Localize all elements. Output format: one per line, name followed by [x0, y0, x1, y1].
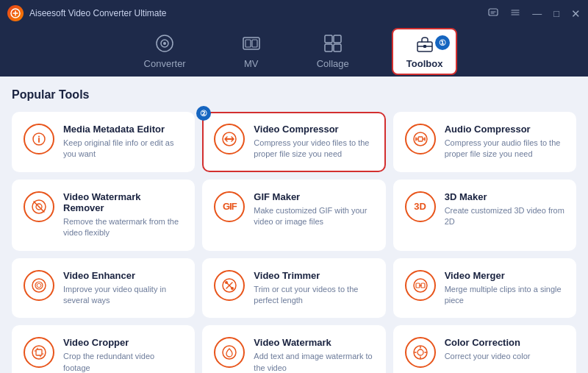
- converter-icon-wrap: [155, 34, 174, 55]
- svg-rect-14: [334, 35, 341, 43]
- color-correction-icon: [405, 337, 436, 368]
- video-compressor-name: Video Compressor: [254, 124, 373, 135]
- video-merger-icon: [405, 270, 436, 301]
- color-correction-name: Color Correction: [445, 337, 564, 348]
- title-bar-controls: — □ ✕: [488, 7, 581, 19]
- gif-maker-desc: Make customized GIF with your video or i…: [254, 205, 373, 228]
- maximize-button[interactable]: □: [553, 9, 559, 18]
- app-title: Aiseesoft Video Converter Ultimate: [29, 8, 167, 18]
- video-enhancer-info: Video Enhancer Improve your video qualit…: [63, 270, 183, 307]
- video-compressor-info: Video Compressor Compress your video fil…: [254, 124, 373, 160]
- audio-compressor-name: Audio Compressor: [445, 124, 564, 135]
- video-compressor-desc: Compress your video files to the proper …: [254, 138, 373, 160]
- video-cropper-desc: Crop the redundant video footage: [63, 351, 183, 373]
- title-bar: Aiseesoft Video Converter Ultimate — □ ✕: [0, 0, 588, 26]
- svg-point-45: [32, 346, 46, 359]
- audio-compressor-icon: [405, 124, 436, 154]
- tool-card-video-merger[interactable]: Video Merger Merge multiple clips into a…: [393, 258, 576, 319]
- svg-rect-43: [421, 283, 425, 288]
- video-watermark-desc: Add text and image watermark to the vide…: [254, 351, 373, 373]
- tool-card-audio-compressor[interactable]: Audio Compressor Compress your audio fil…: [393, 112, 576, 172]
- video-merger-desc: Merge multiple clips into a single piece: [445, 284, 564, 307]
- video-enhancer-desc: Improve your video quality in several wa…: [63, 284, 183, 307]
- svg-point-9: [163, 42, 166, 45]
- nav-item-converter[interactable]: Converter: [131, 29, 199, 74]
- toolbox-badge: ①: [435, 35, 450, 50]
- svg-point-34: [32, 279, 46, 292]
- video-merger-name: Video Merger: [445, 270, 564, 281]
- svg-rect-26: [418, 137, 423, 141]
- nav-item-toolbox[interactable]: ① Toolbox: [392, 28, 458, 75]
- video-watermark-remover-desc: Remove the watermark from the video flex…: [63, 216, 183, 239]
- video-trimmer-name: Video Trimmer: [254, 270, 373, 281]
- 3d-maker-info: 3D Maker Create customized 3D video from…: [445, 191, 564, 228]
- app-logo: [7, 5, 24, 21]
- minimize-button[interactable]: —: [532, 9, 542, 18]
- svg-rect-12: [252, 40, 257, 47]
- collage-label: Collage: [317, 58, 349, 69]
- nav-item-collage[interactable]: Collage: [304, 29, 362, 74]
- svg-point-53: [417, 349, 423, 355]
- message-icon[interactable]: [488, 7, 498, 19]
- media-metadata-editor-icon: [24, 124, 54, 154]
- video-enhancer-icon: [24, 270, 54, 301]
- svg-rect-13: [325, 35, 332, 43]
- audio-compressor-info: Audio Compressor Compress your audio fil…: [445, 124, 564, 160]
- color-correction-desc: Correct your video color: [445, 351, 564, 362]
- tool-card-video-watermark-remover[interactable]: Video Watermark Remover Remove the water…: [12, 180, 195, 251]
- video-trimmer-icon: [214, 270, 245, 301]
- svg-rect-16: [334, 44, 341, 51]
- tool-card-video-cropper[interactable]: Video Cropper Crop the redundant video f…: [12, 325, 195, 373]
- tool-card-gif-maker[interactable]: GIF GIF Maker Make customized GIF with y…: [202, 180, 385, 251]
- tool-card-color-correction[interactable]: Color Correction Correct your video colo…: [393, 325, 576, 373]
- gif-maker-name: GIF Maker: [254, 191, 373, 202]
- collage-icon-wrap: [323, 34, 343, 55]
- video-watermark-name: Video Watermark: [254, 337, 373, 348]
- video-cropper-info: Video Cropper Crop the redundant video f…: [63, 337, 183, 373]
- svg-rect-11: [245, 40, 251, 47]
- converter-icon: [155, 34, 174, 53]
- tool-card-video-compressor[interactable]: ② Video Compressor Compress your video f…: [202, 112, 385, 172]
- nav-item-mv[interactable]: MV: [229, 29, 274, 74]
- tools-grid: Media Metadata Editor Keep original file…: [12, 112, 576, 373]
- tool-card-video-enhancer[interactable]: Video Enhancer Improve your video qualit…: [12, 258, 195, 319]
- svg-point-39: [225, 281, 228, 284]
- media-metadata-editor-desc: Keep original file info or edit as you w…: [63, 138, 183, 160]
- collage-icon: [323, 34, 343, 53]
- menu-icon[interactable]: [510, 7, 520, 19]
- gif-maker-icon: GIF: [214, 191, 245, 222]
- svg-rect-15: [325, 44, 332, 51]
- svg-line-32: [34, 202, 44, 212]
- svg-rect-42: [416, 283, 420, 288]
- video-merger-info: Video Merger Merge multiple clips into a…: [445, 270, 564, 307]
- media-metadata-editor-info: Media Metadata Editor Keep original file…: [63, 124, 183, 160]
- mv-icon-wrap: [242, 34, 261, 55]
- video-cropper-name: Video Cropper: [63, 337, 183, 348]
- video-watermark-icon: [214, 337, 245, 368]
- audio-compressor-desc: Compress your audio files to the proper …: [445, 138, 564, 160]
- video-cropper-icon: [24, 337, 54, 368]
- mv-icon: [242, 34, 261, 53]
- tool-card-video-watermark[interactable]: Video Watermark Add text and image water…: [202, 325, 385, 373]
- video-enhancer-name: Video Enhancer: [63, 270, 183, 281]
- mv-label: MV: [244, 58, 259, 69]
- tool-card-media-metadata-editor[interactable]: Media Metadata Editor Keep original file…: [12, 112, 195, 172]
- video-trimmer-desc: Trim or cut your videos to the perfect l…: [254, 284, 373, 307]
- video-trimmer-info: Video Trimmer Trim or cut your videos to…: [254, 270, 373, 307]
- 3d-maker-icon: 3D: [405, 191, 436, 222]
- gif-maker-info: GIF Maker Make customized GIF with your …: [254, 191, 373, 228]
- tool-card-3d-maker[interactable]: 3D 3D Maker Create customized 3D video f…: [393, 180, 576, 251]
- svg-point-22: [38, 136, 40, 138]
- toolbox-label: Toolbox: [406, 58, 443, 69]
- svg-rect-46: [36, 349, 42, 355]
- toolbox-icon: [415, 34, 434, 53]
- close-button[interactable]: ✕: [571, 8, 581, 19]
- video-watermark-info: Video Watermark Add text and image water…: [254, 337, 373, 373]
- tool-card-video-trimmer[interactable]: Video Trimmer Trim or cut your videos to…: [202, 258, 385, 319]
- toolbox-icon-wrap: [415, 34, 434, 55]
- video-compressor-badge: ②: [196, 106, 211, 121]
- color-correction-info: Color Correction Correct your video colo…: [445, 337, 564, 362]
- content-area: Popular Tools Media Metadata Editor Keep…: [0, 77, 588, 373]
- title-bar-left: Aiseesoft Video Converter Ultimate: [7, 5, 167, 21]
- section-title: Popular Tools: [12, 88, 576, 102]
